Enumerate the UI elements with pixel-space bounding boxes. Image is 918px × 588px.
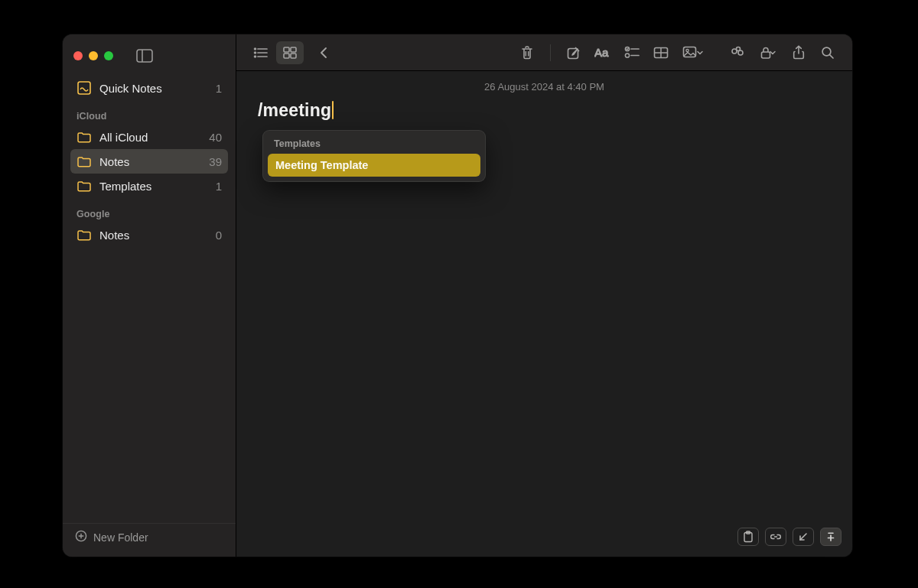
titlebar [63, 41, 236, 71]
lock-button[interactable] [753, 41, 783, 64]
sidebar-item-label: Templates [99, 180, 208, 193]
folder-icon [76, 129, 92, 145]
svg-rect-13 [291, 47, 296, 52]
svg-rect-15 [291, 54, 296, 58]
sidebar-item-all-icloud[interactable]: All iCloud 40 [70, 125, 228, 149]
compose-button[interactable] [560, 41, 588, 64]
sidebar-item-count: 0 [216, 229, 222, 242]
back-button[interactable] [310, 41, 337, 64]
collapse-button[interactable] [793, 528, 814, 546]
window-controls [73, 51, 113, 60]
quick-notes-icon [76, 80, 92, 96]
share-button[interactable] [785, 41, 812, 64]
svg-rect-27 [684, 47, 696, 57]
clipboard-button[interactable] [737, 528, 759, 546]
text-cursor [332, 101, 334, 119]
collaborate-button[interactable] [724, 41, 751, 64]
svg-point-9 [254, 47, 256, 50]
new-folder-button[interactable]: New Folder [63, 523, 236, 551]
sidebar-item-label: Notes [99, 229, 208, 242]
folder-icon [76, 227, 92, 242]
sidebar-item-count: 39 [209, 155, 222, 168]
sidebar-item-label: All iCloud [99, 131, 201, 144]
note-editor[interactable]: 26 August 2024 at 4:40 PM /meeting Templ… [236, 71, 852, 557]
close-window-button[interactable] [73, 51, 83, 60]
svg-point-10 [254, 51, 256, 54]
toolbar: Aa [236, 34, 852, 71]
add-button[interactable] [820, 528, 842, 546]
new-folder-label: New Folder [93, 531, 148, 544]
sidebar-item-quick-notes[interactable]: Quick Notes 1 [70, 76, 228, 100]
checklist-button[interactable] [618, 41, 646, 64]
sidebar-item-google-notes[interactable]: Notes 0 [70, 223, 228, 247]
autocomplete-section-label: Templates [268, 135, 480, 154]
notes-window: Quick Notes 1 iCloud All iCloud 40 Notes… [63, 34, 852, 557]
sidebar-item-count: 1 [216, 82, 222, 95]
svg-text:Aa: Aa [594, 46, 609, 59]
sidebar-item-templates[interactable]: Templates 1 [70, 174, 228, 198]
view-list-button[interactable] [247, 41, 275, 64]
main: Aa [236, 34, 852, 557]
svg-point-28 [686, 49, 688, 51]
folder-icon [76, 178, 92, 193]
sidebar-content: Quick Notes 1 iCloud All iCloud 40 Notes… [63, 71, 236, 523]
media-button[interactable] [676, 41, 710, 64]
sidebar: Quick Notes 1 iCloud All iCloud 40 Notes… [63, 34, 236, 557]
view-gallery-button[interactable] [276, 41, 304, 64]
section-label-icloud[interactable]: iCloud [70, 100, 228, 125]
sidebar-item-notes[interactable]: Notes 39 [70, 149, 228, 174]
search-button[interactable] [814, 41, 842, 64]
svg-rect-12 [284, 47, 289, 52]
autocomplete-popup: Templates Meeting Template [262, 130, 486, 182]
format-button[interactable]: Aa [589, 41, 617, 64]
svg-line-34 [830, 54, 833, 57]
svg-point-31 [737, 47, 741, 50]
note-title[interactable]: /meeting [258, 100, 331, 121]
sidebar-item-count: 40 [209, 131, 222, 144]
svg-rect-2 [78, 82, 90, 94]
svg-point-22 [625, 53, 629, 57]
link-button[interactable] [765, 528, 786, 546]
sidebar-item-label: Quick Notes [99, 82, 208, 95]
sidebar-item-label: Notes [99, 155, 201, 168]
note-timestamp: 26 August 2024 at 4:40 PM [258, 81, 831, 93]
section-label-google[interactable]: Google [70, 198, 228, 223]
sidebar-item-count: 1 [216, 180, 222, 193]
table-button[interactable] [647, 41, 675, 64]
autocomplete-item-meeting-template[interactable]: Meeting Template [268, 154, 480, 177]
zoom-window-button[interactable] [104, 51, 113, 60]
plus-circle-icon [75, 530, 87, 544]
delete-button[interactable] [513, 41, 541, 64]
corner-controls [737, 528, 842, 546]
toolbar-divider [550, 44, 551, 61]
svg-rect-0 [137, 50, 152, 62]
svg-rect-14 [284, 54, 289, 58]
minimize-window-button[interactable] [89, 51, 98, 60]
toggle-sidebar-button[interactable] [136, 49, 153, 63]
svg-point-11 [254, 55, 256, 57]
folder-icon [76, 154, 92, 169]
